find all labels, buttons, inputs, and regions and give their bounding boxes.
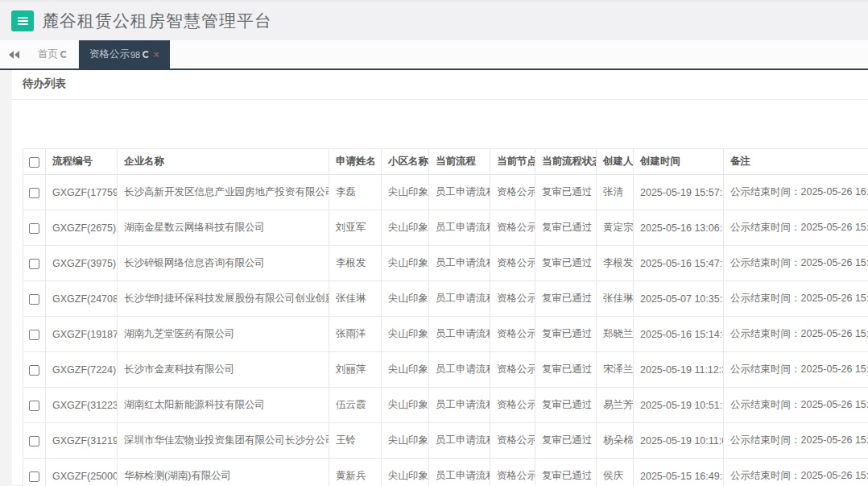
page-title: 麓谷租赁公租房智慧管理平台 — [42, 10, 272, 32]
cell-current-node: 资格公示 — [490, 423, 535, 459]
row-checkbox[interactable] — [29, 188, 39, 198]
cell-community-name: 尖山印象 — [382, 281, 429, 317]
cell-community-name: 尖山印象 — [382, 423, 429, 459]
table-row: GXGZF(31219)深圳市华佳宏物业投资集团有限公司长沙分公司王铃尖山印象员… — [23, 423, 868, 459]
column-header-remark: 备注 — [724, 149, 868, 175]
close-icon[interactable]: × — [153, 49, 159, 60]
cell-community-name: 尖山印象 — [382, 352, 429, 388]
cell-process-no: GXGZF(17759) — [46, 175, 118, 210]
table-row: GXGZF(7224)长沙市金麦科技有限公司刘丽萍尖山印象员工申请流程资格公示复… — [23, 352, 868, 388]
cell-current-node: 资格公示 — [490, 175, 535, 210]
cell-process-no: GXGZF(24708) — [46, 281, 118, 317]
cell-community-name: 尖山印象 — [382, 246, 429, 281]
row-checkbox-cell — [23, 281, 46, 317]
cell-current-flow: 员工申请流程 — [429, 423, 490, 459]
tab-active-label: 资格公示 — [89, 48, 130, 61]
cell-current-flow: 员工申请流程 — [429, 459, 490, 486]
cell-created-time: 2025-05-19 15:57:30 — [634, 175, 724, 210]
cell-process-no: GXGZF(31219) — [46, 423, 118, 459]
cell-applicant-name: 张雨洋 — [329, 317, 382, 352]
cell-remark: 公示结束时间：2025-05-26 15:31:16 — [724, 423, 868, 459]
row-checkbox-cell — [23, 317, 46, 352]
cell-flow-status: 复审已通过 — [535, 388, 597, 423]
refresh-icon[interactable] — [143, 51, 150, 58]
cell-flow-status: 复审已通过 — [535, 175, 597, 210]
cell-applicant-name: 王铃 — [329, 423, 382, 459]
cell-creator: 张清 — [597, 175, 634, 210]
cell-remark: 公示结束时间：2025-05-26 15:31:47 — [724, 281, 868, 317]
row-checkbox[interactable] — [29, 223, 39, 234]
todo-panel: 待办列表 流程编号企业名称申请姓名小区名称当前流程当前节点当前流程状态创建人创建… — [12, 70, 868, 484]
cell-current-flow: 员工申请流程 — [429, 317, 490, 352]
cell-process-no: GXGZF(31223) — [46, 388, 118, 423]
cell-community-name: 尖山印象 — [382, 175, 429, 210]
cell-process-no: GXGZF(19187) — [46, 317, 118, 352]
tab-home[interactable]: 首页 — [27, 40, 79, 69]
content-area: 待办列表 流程编号企业名称申请姓名小区名称当前流程当前节点当前流程状态创建人创建… — [0, 70, 868, 484]
cell-applicant-name: 李磊 — [329, 175, 382, 210]
row-checkbox[interactable] — [29, 436, 39, 447]
row-checkbox[interactable] — [29, 330, 39, 340]
table-row: GXGZF(2675)湖南金星数云网络科技有限公司刘亚军尖山印象员工申请流程资格… — [23, 210, 868, 246]
tab-qualification-publicity[interactable]: 资格公示 98 × — [79, 40, 170, 69]
tab-bar: 首页 资格公示 98 × — [0, 40, 868, 70]
cell-process-no: GXGZF(7224) — [46, 352, 118, 388]
hamburger-menu-button[interactable] — [11, 10, 34, 31]
row-checkbox-cell — [23, 388, 46, 423]
cell-community-name: 尖山印象 — [382, 388, 429, 423]
row-checkbox[interactable] — [29, 294, 39, 305]
cell-company-name: 长沙市金麦科技有限公司 — [118, 352, 329, 388]
cell-created-time: 2025-05-16 15:47:53 — [634, 246, 724, 281]
row-checkbox[interactable] — [29, 471, 39, 482]
column-header-process-no: 流程编号 — [46, 149, 118, 175]
cell-remark: 公示结束时间：2025-05-26 15:31:08 — [724, 459, 868, 486]
cell-creator: 侯庆 — [597, 459, 634, 486]
hamburger-icon — [18, 23, 28, 25]
cell-process-no: GXGZF(2675) — [46, 210, 118, 246]
cell-current-flow: 员工申请流程 — [429, 352, 490, 388]
column-header-applicant-name: 申请姓名 — [329, 149, 382, 175]
cell-current-flow: 员工申请流程 — [429, 210, 490, 246]
row-checkbox-cell — [23, 175, 46, 210]
cell-creator: 李根发 — [597, 246, 634, 281]
cell-flow-status: 复审已通过 — [535, 459, 597, 486]
todo-table-wrapper: 流程编号企业名称申请姓名小区名称当前流程当前节点当前流程状态创建人创建时间备注 … — [23, 148, 868, 486]
double-left-arrow-icon — [9, 51, 14, 59]
cell-created-time: 2025-05-19 10:51:16 — [634, 388, 724, 423]
todo-table: 流程编号企业名称申请姓名小区名称当前流程当前节点当前流程状态创建人创建时间备注 … — [23, 148, 868, 486]
cell-community-name: 尖山印象 — [382, 210, 429, 246]
cell-created-time: 2025-05-16 15:14:46 — [634, 317, 724, 352]
cell-created-time: 2025-05-07 10:35:21 — [634, 281, 724, 317]
cell-current-node: 资格公示 — [490, 459, 535, 486]
panel-title: 待办列表 — [12, 75, 868, 100]
table-row: GXGZF(3975)长沙碎银网络信息咨询有限公司李根发尖山印象员工申请流程资格… — [23, 246, 868, 281]
cell-remark: 公示结束时间：2025-05-26 16:12:31 — [724, 175, 868, 210]
collapse-tabs-button[interactable] — [0, 40, 27, 69]
tab-count-badge: 98 — [130, 50, 140, 60]
cell-current-flow: 员工申请流程 — [429, 246, 490, 281]
cell-applicant-name: 李根发 — [329, 246, 382, 281]
cell-applicant-name: 张佳琳 — [329, 281, 382, 317]
cell-creator: 宋泽兰 — [597, 352, 634, 388]
cell-creator: 郑晓兰 — [597, 317, 634, 352]
row-checkbox[interactable] — [29, 365, 39, 376]
row-checkbox-cell — [23, 352, 46, 388]
row-checkbox-cell — [23, 423, 46, 459]
cell-flow-status: 复审已通过 — [535, 246, 597, 281]
cell-company-name: 深圳市华佳宏物业投资集团有限公司长沙分公司 — [118, 423, 329, 459]
row-checkbox[interactable] — [29, 259, 39, 269]
hamburger-icon — [18, 20, 28, 22]
cell-flow-status: 复审已通过 — [535, 210, 597, 246]
cell-company-name: 长沙高新开发区信息产业园房地产投资有限公司 — [118, 175, 329, 210]
cell-flow-status: 复审已通过 — [535, 281, 597, 317]
row-checkbox-cell — [23, 210, 46, 246]
column-header-current-node: 当前节点 — [490, 149, 535, 175]
refresh-icon[interactable] — [60, 51, 68, 58]
row-checkbox[interactable] — [29, 401, 39, 411]
cell-created-time: 2025-05-15 16:49:51 — [634, 459, 724, 486]
cell-company-name: 湖南红太阳新能源科技有限公司 — [118, 388, 329, 423]
table-row: GXGZF(19187)湖南九芝堂医药有限公司张雨洋尖山印象员工申请流程资格公示… — [23, 317, 868, 352]
table-header-row: 流程编号企业名称申请姓名小区名称当前流程当前节点当前流程状态创建人创建时间备注 — [23, 149, 868, 175]
cell-community-name: 尖山印象 — [382, 459, 429, 486]
select-all-checkbox[interactable] — [29, 157, 39, 168]
